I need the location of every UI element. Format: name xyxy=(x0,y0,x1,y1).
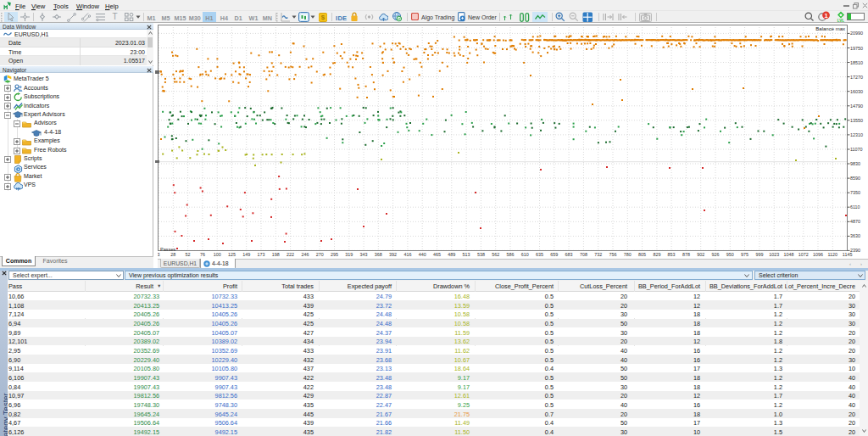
svg-text:17270: 17270 xyxy=(850,75,863,80)
svg-text:368: 368 xyxy=(375,252,382,257)
svg-text:610: 610 xyxy=(521,252,529,257)
svg-text:732: 732 xyxy=(594,252,602,257)
svg-text:489: 489 xyxy=(448,252,455,257)
svg-text:780: 780 xyxy=(624,252,632,257)
svg-text:149: 149 xyxy=(242,252,250,257)
svg-text:319: 319 xyxy=(345,252,353,257)
svg-text:173: 173 xyxy=(258,252,265,257)
svg-text:950: 950 xyxy=(726,252,734,257)
svg-text:999: 999 xyxy=(755,252,763,257)
svg-text:1: 1 xyxy=(824,12,827,20)
svg-text:392: 392 xyxy=(389,252,397,257)
svg-text:6110: 6110 xyxy=(850,204,860,210)
svg-text:1120: 1120 xyxy=(828,252,838,257)
svg-text:805: 805 xyxy=(638,252,646,257)
svg-text:513: 513 xyxy=(463,252,470,257)
svg-text:100: 100 xyxy=(214,252,221,257)
svg-text:Balance max: Balance max xyxy=(815,26,845,31)
svg-text:125: 125 xyxy=(228,252,236,257)
svg-text:416: 416 xyxy=(403,252,411,257)
svg-text:1023: 1023 xyxy=(769,252,779,257)
svg-text:246: 246 xyxy=(301,252,309,257)
svg-text:4870: 4870 xyxy=(850,219,860,224)
svg-text:708: 708 xyxy=(580,252,587,257)
svg-text:586: 586 xyxy=(507,252,515,257)
svg-text:28: 28 xyxy=(170,252,175,257)
svg-text:3630: 3630 xyxy=(850,233,860,238)
svg-text:18510: 18510 xyxy=(850,60,863,65)
svg-text:76: 76 xyxy=(200,252,205,257)
svg-text:$: $ xyxy=(321,14,326,21)
svg-text:683: 683 xyxy=(565,252,573,257)
svg-text:198: 198 xyxy=(272,252,280,257)
svg-text:LVL: LVL xyxy=(837,19,845,22)
svg-text:659: 659 xyxy=(550,252,558,257)
svg-text:Passes: Passes xyxy=(160,247,176,252)
svg-text:756: 756 xyxy=(609,252,617,257)
svg-text:1072: 1072 xyxy=(798,252,809,257)
svg-text:2390: 2390 xyxy=(850,248,860,253)
svg-text:295: 295 xyxy=(331,252,338,257)
svg-text:12310: 12310 xyxy=(850,132,863,137)
svg-text:562: 562 xyxy=(492,252,499,257)
svg-text:538: 538 xyxy=(477,252,485,257)
svg-text:1096: 1096 xyxy=(813,252,823,257)
svg-text:635: 635 xyxy=(536,252,543,257)
svg-text:902: 902 xyxy=(697,252,704,257)
svg-text:3: 3 xyxy=(158,252,160,257)
svg-text:52: 52 xyxy=(186,252,191,257)
svg-text:9830: 9830 xyxy=(850,161,860,166)
svg-text:853: 853 xyxy=(668,252,676,257)
svg-text:926: 926 xyxy=(712,252,720,257)
svg-text:975: 975 xyxy=(741,252,748,257)
svg-text:7350: 7350 xyxy=(850,190,860,195)
svg-text:14790: 14790 xyxy=(850,103,863,109)
svg-text:20990: 20990 xyxy=(850,31,863,36)
svg-text:222: 222 xyxy=(287,252,294,257)
svg-text:465: 465 xyxy=(433,252,441,257)
svg-text:440: 440 xyxy=(419,252,426,257)
svg-text:829: 829 xyxy=(653,252,660,257)
svg-text:270: 270 xyxy=(316,252,324,257)
svg-text:343: 343 xyxy=(360,252,368,257)
svg-text:19750: 19750 xyxy=(850,46,863,51)
svg-text:13550: 13550 xyxy=(850,118,863,123)
svg-text:1048: 1048 xyxy=(784,252,794,257)
svg-text:8590: 8590 xyxy=(850,176,860,181)
svg-text:16030: 16030 xyxy=(850,89,863,94)
svg-text:878: 878 xyxy=(682,252,690,257)
svg-text:11070: 11070 xyxy=(850,147,863,152)
